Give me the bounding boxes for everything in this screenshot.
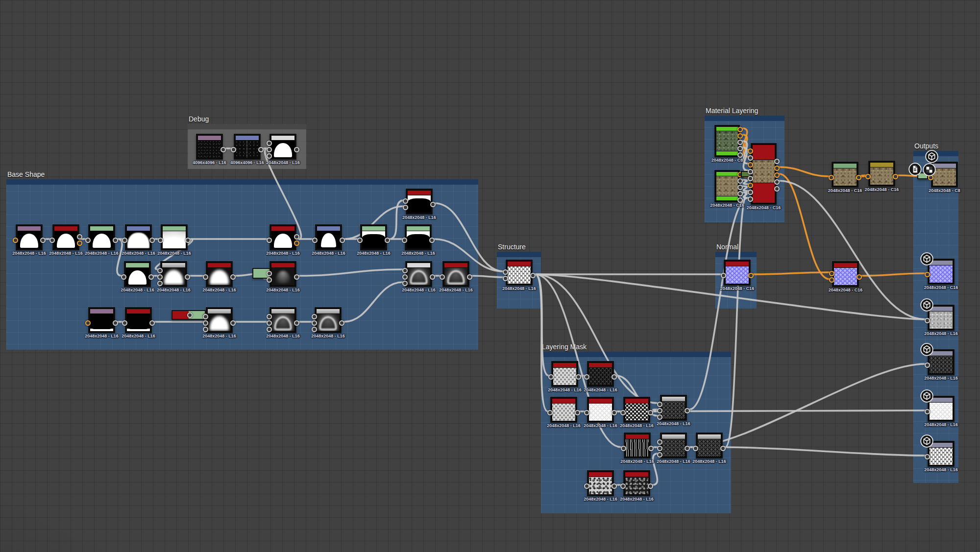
input-connector[interactable] [312, 314, 317, 319]
input-connector[interactable] [657, 439, 662, 445]
node-r2[interactable]: 2048x2048 - C16 [868, 161, 895, 187]
node-b17[interactable]: 2048x2048 - L16 [270, 261, 296, 287]
wire-lm9-to-o6[interactable] [725, 447, 925, 456]
node-o3[interactable]: 2048x2048 - L16 [928, 305, 955, 331]
cube-icon[interactable] [920, 298, 933, 312]
input-connector[interactable] [657, 402, 662, 407]
input-connector[interactable] [503, 269, 508, 275]
input-connector[interactable] [925, 454, 930, 459]
node-b22[interactable]: 2048x2048 - L16 [270, 307, 296, 333]
wire-lm9-to-ml3[interactable] [725, 191, 748, 447]
output-connector[interactable] [294, 240, 299, 246]
output-connector[interactable] [612, 410, 617, 415]
output-connector[interactable] [294, 320, 299, 326]
output-connector[interactable] [893, 174, 898, 179]
output-connector[interactable] [648, 483, 653, 489]
node-o5[interactable]: 2048x2048 - L16 [928, 396, 955, 422]
wire-lm8-to-o4[interactable] [689, 364, 925, 447]
output-connector[interactable] [294, 274, 299, 280]
output-connector[interactable] [737, 197, 743, 203]
wire-ml3-to-r1[interactable] [779, 167, 829, 176]
node-b7[interactable]: 2048x2048 - L16 [315, 224, 342, 250]
node-lm5[interactable]: 2048x2048 - L16 [623, 397, 650, 423]
input-connector[interactable] [829, 271, 834, 276]
output-connector[interactable] [467, 274, 472, 280]
node-b15[interactable]: 2048x2048 - L16 [206, 261, 233, 287]
output-connector[interactable] [294, 147, 299, 152]
wire-b23-to-b11[interactable] [344, 282, 403, 322]
node-lm9[interactable]: 2048x2048 - L16 [696, 432, 723, 458]
node-n1[interactable]: 2048x2048 - C16 [724, 260, 751, 286]
node-b3[interactable]: 2048x2048 - L16 [88, 224, 115, 250]
input-connector[interactable] [503, 276, 508, 281]
output-connector[interactable] [185, 274, 190, 280]
output-connector[interactable] [612, 374, 617, 380]
node-b12[interactable]: 2048x2048 - L16 [442, 261, 469, 287]
output-connector[interactable] [685, 446, 690, 451]
node-r4[interactable]: 2048x2048 - C16 [832, 261, 859, 287]
input-connector[interactable] [584, 374, 589, 380]
output-connector[interactable] [530, 273, 536, 278]
input-connector[interactable] [748, 169, 753, 174]
output-connector[interactable] [113, 320, 118, 326]
wire-b12-to-s1[interactable] [472, 276, 503, 277]
node-b2[interactable]: 2048x2048 - L16 [52, 224, 79, 250]
node-ml2[interactable]: 2048x2048 - C16 [714, 170, 740, 202]
node-b9[interactable]: 2048x2048 - L16 [405, 224, 432, 250]
node-s1[interactable]: 2048x2048 - L16 [506, 260, 533, 286]
input-connector[interactable] [621, 446, 626, 451]
input-connector[interactable] [440, 274, 445, 280]
input-connector[interactable] [620, 483, 626, 489]
node-b10[interactable]: 2048x2048 - L16 [406, 189, 433, 215]
node-ml1[interactable]: 2048x2048 - C8 [714, 125, 740, 157]
output-connector[interactable] [340, 238, 345, 243]
node-o1[interactable]: 2048x2048 - C8 [931, 162, 958, 188]
input-connector[interactable] [267, 277, 272, 283]
input-connector[interactable] [267, 314, 272, 319]
wire-lm6-to-ml3[interactable] [689, 198, 748, 409]
input-connector[interactable] [403, 198, 408, 204]
input-connector[interactable] [85, 320, 91, 326]
output-connector[interactable] [612, 483, 617, 489]
input-connector[interactable] [748, 162, 753, 168]
wire-ml2-to-ml3[interactable] [742, 192, 748, 198]
node-b8[interactable]: 2048x2048 - L16 [360, 224, 387, 250]
output-connector[interactable] [737, 127, 743, 132]
node-o4[interactable]: 2048x2048 - L16 [928, 349, 955, 375]
cube-icon[interactable] [920, 343, 933, 356]
output-connector[interactable] [575, 410, 580, 415]
output-connector[interactable] [737, 146, 743, 151]
output-connector[interactable] [774, 159, 780, 164]
input-connector[interactable] [157, 268, 163, 273]
node-b11[interactable]: 2048x2048 - L16 [405, 261, 432, 287]
input-connector[interactable] [312, 320, 317, 326]
output-connector[interactable] [720, 446, 726, 451]
input-connector[interactable] [49, 238, 55, 243]
input-connector[interactable] [158, 238, 163, 243]
input-connector[interactable] [620, 410, 626, 415]
input-connector[interactable] [748, 183, 753, 188]
output-connector[interactable] [737, 185, 743, 190]
input-connector[interactable] [748, 155, 753, 161]
node-graph-canvas[interactable]: DebugBase ShapeStructureLayering MaskNor… [0, 0, 980, 552]
output-connector[interactable] [774, 166, 780, 171]
input-connector[interactable] [657, 414, 662, 420]
wire-b3-to-b13[interactable] [117, 239, 122, 276]
node-b20[interactable] [172, 310, 206, 320]
input-connector[interactable] [584, 483, 589, 489]
node-o2[interactable]: 2048x2048 - C16 [928, 259, 955, 285]
output-connector[interactable] [230, 274, 236, 280]
wire-b17-to-b11[interactable] [299, 269, 403, 276]
input-connector[interactable] [402, 268, 408, 273]
node-lm2[interactable]: 2048x2048 - L16 [587, 361, 614, 387]
input-connector[interactable] [312, 327, 317, 332]
output-connector[interactable] [737, 191, 743, 196]
output-connector[interactable] [185, 238, 191, 243]
node-b14[interactable]: 2048x2048 - L16 [160, 261, 187, 287]
node-o6[interactable]: 2048x2048 - L16 [928, 441, 955, 467]
output-connector[interactable] [258, 147, 264, 152]
output-connector[interactable] [576, 374, 581, 380]
input-connector[interactable] [657, 408, 662, 413]
output-connector[interactable] [77, 240, 82, 246]
input-connector[interactable] [267, 327, 272, 332]
